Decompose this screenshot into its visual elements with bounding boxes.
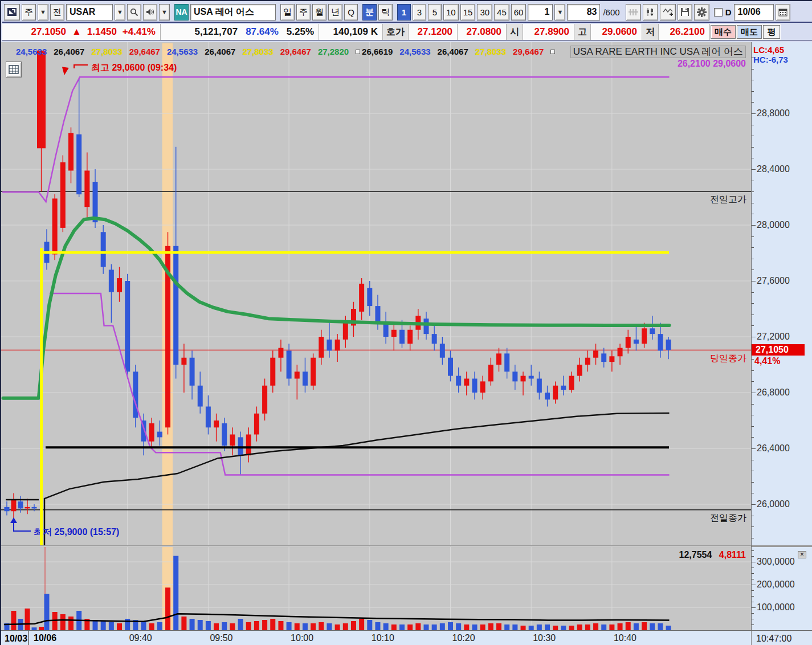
bar-count-input[interactable]: 83 [567, 4, 600, 21]
time-axis[interactable]: 10/03 10/06 09:4009:5010:0010:1010:2010:… [1, 630, 812, 645]
minute-button-45[interactable]: 45 [494, 4, 509, 21]
timeframe-button-월[interactable]: 월 [312, 4, 327, 21]
price-tick [752, 337, 756, 337]
hoga-label: 호가 [383, 24, 409, 40]
minute-button-15[interactable]: 15 [460, 4, 476, 21]
infobar-filler [781, 24, 812, 40]
period-select-button[interactable]: 주 [22, 4, 36, 21]
price-tick [752, 393, 756, 393]
bar-count-total: /600 [602, 7, 621, 17]
price-tick [752, 381, 754, 382]
price-tick [752, 526, 754, 527]
interval-dropdown-arrow[interactable]: ▼ [554, 4, 565, 21]
trading-chart-window: 주 ▼ 전 USAR ▼ ▼ NA USA 레어 어스 일주월년Q 분틱 135… [0, 0, 812, 645]
avg-button[interactable]: 평 [763, 25, 780, 39]
stock-name-input[interactable]: USA 레어 어스 [190, 4, 276, 21]
candle-tool-button[interactable] [643, 4, 658, 21]
current-pct-axis-label: 4,41% [754, 356, 780, 366]
buy-button[interactable]: 매수 [711, 25, 736, 39]
ask-cell: 27.1200 [409, 24, 458, 40]
symbol-dropdown-arrow[interactable]: ▼ [115, 4, 125, 21]
grid-tool-button[interactable] [626, 4, 641, 21]
search-button[interactable] [127, 4, 141, 21]
minute-button-10[interactable]: 10 [443, 4, 459, 21]
mode-button-틱[interactable]: 틱 [378, 4, 393, 21]
volume-pane-close-icon[interactable]: ✕ [798, 551, 806, 558]
sound-button[interactable] [143, 4, 157, 21]
main-price-chart[interactable]: 최저 25,9000 (15:57)최고 29,0600 (09:34)전일고가… [1, 42, 751, 545]
d-checkbox-label: D [724, 7, 733, 17]
price-tick [752, 370, 754, 371]
date-input[interactable]: 10/06 [734, 4, 774, 21]
price-axis-label: 28,8000 [757, 108, 790, 119]
minute-button-group: 1351015304560 [397, 4, 526, 21]
bid-price: 27.0800 [467, 26, 501, 38]
price-axis[interactable]: 28,800028,400028,000027,600027,200026,80… [751, 42, 812, 630]
period-select-arrow[interactable]: ▼ [38, 4, 48, 21]
minute-button-3[interactable]: 3 [413, 4, 426, 21]
price-tick [752, 404, 754, 405]
d-checkbox[interactable] [714, 8, 723, 17]
price-tick [752, 315, 754, 315]
volume-axis-label: 100,0000 [757, 602, 795, 613]
volume-indicator-header: 12,7554 4,8111 [679, 550, 746, 560]
volume-tick [752, 624, 754, 625]
symbol-input[interactable]: USAR [66, 4, 113, 21]
interval-input[interactable]: 1 [528, 4, 553, 21]
volume-chart[interactable] [1, 547, 751, 630]
minute-button-5[interactable]: 5 [428, 4, 442, 21]
mode-button-분[interactable]: 분 [362, 4, 377, 21]
price-tick [752, 236, 754, 237]
chart-grid-button[interactable] [6, 62, 22, 77]
current-price: 27.1050 [31, 26, 66, 38]
prev-symbol-button[interactable]: 전 [50, 4, 64, 21]
axis-separator [752, 545, 812, 547]
high-label: 고 [574, 24, 591, 40]
window-icon[interactable] [4, 4, 20, 21]
minute-button-30[interactable]: 30 [477, 4, 492, 21]
time-axis-date-prev: 10/03 [1, 631, 29, 645]
settings-button[interactable] [694, 4, 709, 21]
timeframe-button-년[interactable]: 년 [328, 4, 342, 21]
up-arrow-icon: ▲ [72, 26, 81, 38]
line-tool-button[interactable] [660, 4, 676, 21]
trade-amount: 140,109 K [333, 26, 378, 38]
price-tick [752, 125, 754, 125]
minute-button-60[interactable]: 60 [511, 4, 527, 21]
volume-axis-label: 200,0000 [757, 579, 795, 590]
price-tick [752, 91, 754, 92]
price-tick [752, 281, 756, 281]
price-tick [752, 181, 754, 181]
volume-tick [752, 579, 754, 579]
timeframe-button-주[interactable]: 주 [296, 4, 311, 21]
calendar-button[interactable] [776, 4, 790, 21]
volume-tick [752, 556, 754, 557]
price-tick [752, 225, 756, 226]
sound-dropdown-arrow[interactable]: ▼ [159, 4, 170, 21]
open-price: 27.8900 [534, 26, 569, 38]
timeframe-button-일[interactable]: 일 [280, 4, 295, 21]
price-tick [752, 147, 754, 148]
table-icon [9, 65, 19, 74]
time-axis-label-10:00: 10:00 [291, 633, 313, 643]
minute-button-1[interactable]: 1 [397, 4, 411, 21]
time-axis-date-current: 10/06 [34, 633, 56, 643]
price-tick [752, 504, 756, 505]
open-label: 시 [507, 24, 523, 40]
gear-icon [697, 7, 707, 17]
price-axis-label: 26,0000 [757, 499, 790, 509]
today-close-label: 당일종가 [710, 353, 746, 363]
save-icon [680, 7, 689, 17]
bid-cell: 27.0800 [458, 24, 507, 40]
price-tick [752, 191, 754, 192]
sell-button[interactable]: 매도 [737, 25, 762, 39]
price-tick [752, 359, 754, 360]
save-button[interactable] [678, 4, 692, 21]
timeframe-button-Q[interactable]: Q [344, 4, 358, 21]
lc-hc-readout: LC:4,65 HC:-6,73 [753, 45, 788, 64]
time-axis-label-10:30: 10:30 [533, 633, 556, 643]
price-axis-label: 26,8000 [757, 387, 790, 398]
open-cell: 27.8900 [523, 24, 574, 40]
time-axis-label-10:20: 10:20 [452, 633, 475, 643]
price-tick [752, 158, 754, 158]
